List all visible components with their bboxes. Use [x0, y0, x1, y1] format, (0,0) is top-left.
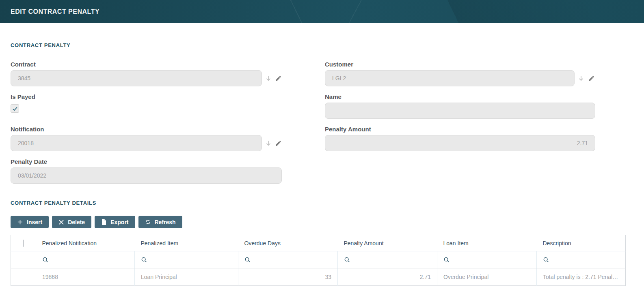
- check-icon: [12, 105, 18, 112]
- column-header-description[interactable]: Description: [537, 235, 626, 251]
- grid-filter-row: [11, 251, 626, 268]
- field-notification: Notification: [11, 125, 282, 151]
- contract-edit-button[interactable]: [275, 73, 282, 83]
- x-icon: [58, 219, 64, 225]
- customer-label: Customer: [325, 60, 595, 69]
- customer-edit-button[interactable]: [588, 73, 596, 83]
- down-arrow-icon: [577, 75, 585, 82]
- filter-cell-overdue-days[interactable]: [238, 251, 338, 268]
- delete-button[interactable]: Delete: [52, 216, 91, 228]
- penalty-amount-label: Penalty Amount: [325, 125, 595, 134]
- field-customer: Customer: [325, 60, 595, 86]
- table-row[interactable]: 19868 Loan Principal 33 2.71 Overdue Pri…: [11, 268, 626, 286]
- filter-cell-penalty-amount[interactable]: [338, 251, 437, 268]
- export-button-label: Export: [110, 219, 128, 225]
- section-title-contract-penalty-details: CONTRACT PENALTY DETAILS: [11, 200, 626, 206]
- search-icon: [141, 257, 147, 263]
- field-penalty-amount: Penalty Amount: [325, 125, 595, 151]
- notification-dropdown-button[interactable]: [265, 138, 272, 148]
- section-title-contract-penalty: CONTRACT PENALTY: [11, 42, 626, 48]
- name-label: Name: [325, 92, 595, 101]
- field-contract: Contract: [11, 60, 282, 86]
- search-icon: [42, 257, 49, 263]
- grid-header-row: Penalized Notification Penalized Item Ov…: [11, 235, 626, 251]
- refresh-button-label: Refresh: [155, 219, 176, 225]
- details-grid: Penalized Notification Penalized Item Ov…: [11, 235, 626, 286]
- is-payed-checkbox[interactable]: [11, 104, 19, 113]
- filter-cell-penalized-notification[interactable]: [36, 251, 135, 268]
- penalty-date-label: Penalty Date: [11, 157, 282, 166]
- insert-button[interactable]: Insert: [11, 216, 49, 228]
- filter-cell-loan-item[interactable]: [437, 251, 537, 268]
- down-arrow-icon: [265, 139, 272, 147]
- cell-penalized-notification: 19868: [36, 268, 135, 286]
- refresh-button[interactable]: Refresh: [138, 216, 182, 228]
- column-header-loan-item[interactable]: Loan Item: [437, 235, 537, 251]
- pencil-icon: [588, 75, 595, 82]
- column-header-penalized-notification[interactable]: Penalized Notification: [36, 235, 135, 251]
- cell-description: Total penalty is : 2.71 Penalty percen…: [537, 268, 626, 286]
- search-icon: [543, 257, 549, 263]
- plus-icon: [17, 219, 23, 225]
- document-icon: [101, 219, 107, 225]
- details-toolbar: Insert Delete Export Refresh: [11, 216, 626, 228]
- spacer: [325, 157, 595, 184]
- refresh-icon: [145, 219, 151, 225]
- contract-label: Contract: [11, 60, 282, 69]
- contract-dropdown-button[interactable]: [265, 73, 272, 83]
- search-icon: [244, 257, 251, 263]
- notification-input[interactable]: [11, 135, 262, 151]
- page-header: EDIT CONTRACT PENALTY: [0, 0, 644, 23]
- notification-edit-button[interactable]: [275, 138, 282, 148]
- field-penalty-date: Penalty Date: [11, 157, 282, 184]
- penalty-amount-input[interactable]: [325, 135, 595, 151]
- cell-penalized-item: Loan Principal: [135, 268, 238, 286]
- main-content: CONTRACT PENALTY Contract Cu: [0, 42, 644, 286]
- field-name: Name: [325, 92, 595, 119]
- delete-button-label: Delete: [68, 219, 85, 225]
- customer-input[interactable]: [325, 70, 575, 86]
- customer-dropdown-button[interactable]: [577, 73, 585, 83]
- contract-penalty-form: Contract Customer: [11, 60, 626, 184]
- select-all-checkbox[interactable]: [23, 240, 24, 247]
- column-header-penalty-amount[interactable]: Penalty Amount: [338, 235, 437, 251]
- search-icon: [443, 257, 450, 263]
- search-icon: [344, 257, 350, 263]
- filter-cell-description[interactable]: [537, 251, 626, 268]
- filter-cell-penalized-item[interactable]: [135, 251, 238, 268]
- pencil-icon: [275, 140, 282, 147]
- column-header-overdue-days[interactable]: Overdue Days: [238, 235, 338, 251]
- row-select-cell: [11, 268, 36, 286]
- column-header-penalized-item[interactable]: Penalized Item: [135, 235, 238, 251]
- is-payed-label: Is Payed: [11, 92, 282, 101]
- cell-loan-item: Overdue Principal: [437, 268, 537, 286]
- cell-penalty-amount: 2.71: [338, 268, 437, 286]
- name-input[interactable]: [325, 103, 595, 119]
- insert-button-label: Insert: [27, 219, 42, 225]
- down-arrow-icon: [265, 75, 272, 82]
- contract-input[interactable]: [11, 70, 262, 86]
- field-is-payed: Is Payed: [11, 92, 282, 119]
- pencil-icon: [275, 75, 282, 82]
- page-title: EDIT CONTRACT PENALTY: [11, 8, 99, 15]
- export-button[interactable]: Export: [95, 216, 135, 228]
- notification-label: Notification: [11, 125, 282, 134]
- penalty-date-input[interactable]: [11, 167, 282, 184]
- cell-overdue-days: 33: [238, 268, 338, 286]
